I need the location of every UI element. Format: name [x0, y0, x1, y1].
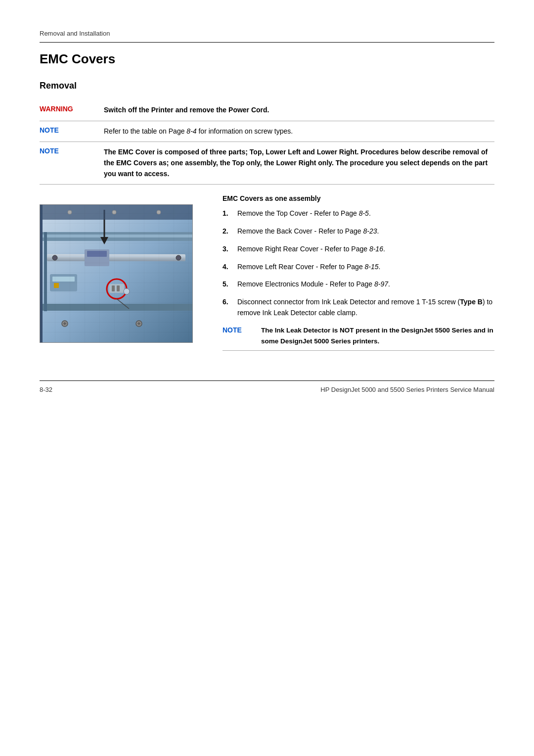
inline-note: NOTE The Ink Leak Detector is NOT presen…	[222, 325, 494, 351]
printer-image	[40, 204, 193, 343]
breadcrumb: Removal and Installation	[40, 30, 494, 37]
left-column	[40, 194, 208, 351]
inline-note-text: The Ink Leak Detector is NOT present in …	[261, 325, 494, 346]
footer-manual-title: HP DesignJet 5000 and 5500 Series Printe…	[320, 386, 494, 393]
step-5-num: 5.	[222, 279, 237, 290]
svg-point-13	[107, 279, 127, 299]
step-6: 6. Disconnect connector from Ink Leak De…	[222, 297, 494, 318]
svg-rect-24	[52, 277, 75, 282]
content-area: EMC Covers as one assembly 1. Remove the…	[40, 194, 494, 351]
step-3: 3. Remove Right Rear Cover - Refer to Pa…	[222, 244, 494, 255]
note2-row: NOTE The EMC Cover is composed of three …	[40, 142, 494, 185]
inline-note-label: NOTE	[222, 325, 252, 346]
svg-point-10	[176, 255, 181, 260]
svg-rect-16	[117, 285, 120, 291]
note1-text: Refer to the table on Page 8-4 for infor…	[104, 121, 494, 142]
section-removal-title: Removal	[40, 81, 494, 91]
notices-table: WARNING Switch off the Printer and remov…	[40, 100, 494, 185]
page-title: EMC Covers	[40, 51, 494, 67]
svg-line-31	[117, 299, 129, 309]
note1-label: NOTE	[40, 121, 104, 142]
step-1-text: Remove the Top Cover - Refer to Page 8-5…	[237, 208, 494, 219]
step-3-text: Remove Right Rear Cover - Refer to Page …	[237, 244, 494, 255]
svg-rect-25	[54, 283, 59, 288]
steps-list: 1. Remove the Top Cover - Refer to Page …	[222, 208, 494, 318]
step-3-num: 3.	[222, 244, 237, 255]
svg-rect-4	[44, 232, 47, 311]
step-5: 5. Remove Electronics Module - Refer to …	[222, 279, 494, 290]
svg-point-17	[62, 321, 68, 327]
svg-point-9	[52, 255, 57, 260]
step-1-num: 1.	[222, 208, 237, 219]
step-2-text: Remove the Back Cover - Refer to Page 8-…	[237, 226, 494, 237]
assembly-title: EMC Covers as one assembly	[222, 194, 494, 202]
svg-point-28	[68, 210, 72, 214]
step-2-num: 2.	[222, 226, 237, 237]
note1-row: NOTE Refer to the table on Page 8-4 for …	[40, 121, 494, 142]
svg-rect-5	[47, 254, 185, 261]
step-4-num: 4.	[222, 262, 237, 273]
right-column: EMC Covers as one assembly 1. Remove the…	[222, 194, 494, 351]
svg-rect-6	[47, 255, 185, 257]
svg-rect-8	[87, 251, 107, 257]
printer-interior-svg	[40, 205, 193, 343]
step-6-num: 6.	[222, 297, 237, 318]
note2-label: NOTE	[40, 142, 104, 185]
svg-marker-12	[100, 237, 108, 244]
svg-rect-7	[85, 249, 109, 266]
note2-text: The EMC Cover is composed of three parts…	[104, 142, 494, 185]
svg-rect-2	[40, 235, 193, 237]
warning-text: Switch off the Printer and remove the Po…	[104, 100, 494, 121]
warning-body: Switch off the Printer and remove the Po…	[104, 106, 269, 114]
svg-rect-1	[40, 232, 193, 241]
svg-point-32	[124, 288, 130, 294]
svg-rect-23	[50, 274, 77, 291]
step-6-text: Disconnect connector from Ink Leak Detec…	[237, 297, 494, 318]
top-divider	[40, 42, 494, 43]
step-1: 1. Remove the Top Cover - Refer to Page …	[222, 208, 494, 219]
step-4-text: Remove Left Rear Cover - Refer to Page 8…	[237, 262, 494, 273]
footer-page-number: 8-32	[40, 386, 52, 393]
svg-point-30	[157, 210, 161, 214]
svg-rect-26	[40, 205, 43, 343]
step-4: 4. Remove Left Rear Cover - Refer to Pag…	[222, 262, 494, 273]
svg-rect-15	[112, 285, 115, 291]
svg-point-29	[112, 210, 116, 214]
svg-rect-27	[40, 205, 193, 220]
page-footer: 8-32 HP DesignJet 5000 and 5500 Series P…	[40, 380, 494, 393]
svg-rect-0	[40, 205, 193, 343]
note2-body: The EMC Cover is composed of three parts…	[104, 148, 488, 177]
warning-label: WARNING	[40, 100, 104, 121]
warning-row: WARNING Switch off the Printer and remov…	[40, 100, 494, 121]
svg-rect-3	[40, 304, 193, 311]
svg-rect-14	[109, 284, 124, 293]
step-5-text: Remove Electronics Module - Refer to Pag…	[237, 279, 494, 290]
svg-point-20	[136, 321, 142, 327]
step-2: 2. Remove the Back Cover - Refer to Page…	[222, 226, 494, 237]
